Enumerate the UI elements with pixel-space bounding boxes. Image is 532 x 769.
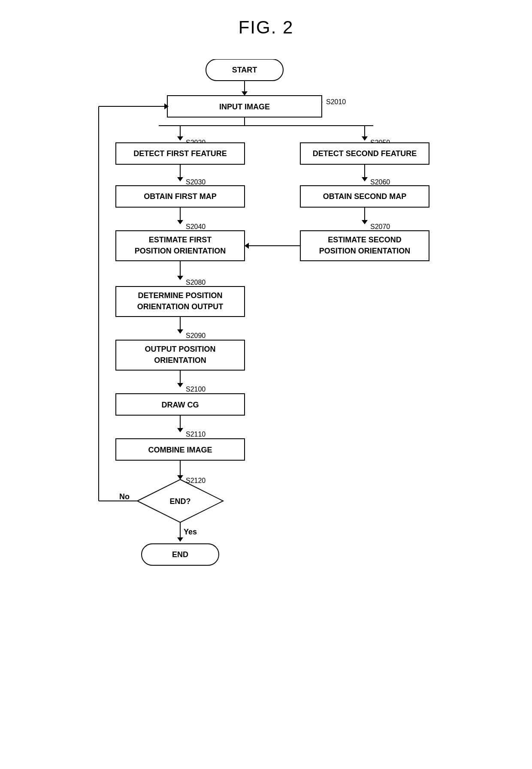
page-title: FIG. 2 bbox=[239, 17, 294, 38]
